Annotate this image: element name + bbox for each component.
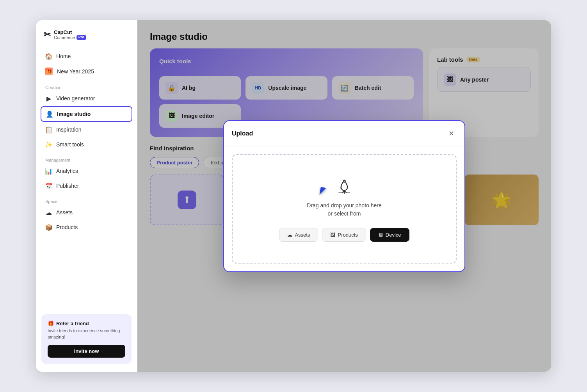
- image-studio-icon: 👤: [46, 110, 53, 118]
- inspiration-icon: 📋: [45, 126, 52, 133]
- logo-icon: ✂: [44, 30, 51, 40]
- publisher-icon: 📅: [45, 182, 52, 189]
- sidebar-item-video-generator[interactable]: ▶ Video generator: [41, 91, 132, 105]
- sidebar: ✂ CapCut Commerce Pro 🏠 Home 🎁 New Year …: [36, 20, 137, 372]
- logo-text: CapCut Commerce Pro: [54, 30, 86, 40]
- smart-tools-icon: ✨: [45, 141, 52, 148]
- sidebar-item-smart-tools[interactable]: ✨ Smart tools: [41, 137, 132, 151]
- device-source-icon: 🖥: [378, 232, 383, 238]
- modal-body: Drag and drop your photo here or select …: [224, 146, 464, 271]
- sidebar-item-assets[interactable]: ☁ Assets: [41, 205, 132, 219]
- refer-title: 🎁 Refer a friend: [48, 321, 125, 326]
- modal-overlay[interactable]: Upload ✕: [137, 20, 551, 372]
- sidebar-image-studio-label: Image studio: [57, 111, 91, 117]
- sidebar-inspiration-label: Inspiration: [56, 127, 82, 133]
- main-content: Image studio Quick tools 🔒 AI bg HD Upsc: [137, 20, 551, 372]
- refer-description: Invite friends to experience something a…: [48, 328, 125, 340]
- logo-commerce: Commerce Pro: [54, 35, 86, 40]
- sidebar-products-label: Products: [56, 224, 78, 230]
- assets-source-label: Assets: [295, 232, 310, 238]
- drop-zone[interactable]: Drag and drop your photo here or select …: [232, 154, 457, 264]
- sidebar-item-publisher[interactable]: 📅 Publisher: [41, 179, 132, 193]
- space-section-label: Space: [41, 194, 132, 205]
- sidebar-item-inspiration[interactable]: 📋 Inspiration: [41, 123, 132, 137]
- sidebar-smart-tools-label: Smart tools: [56, 141, 84, 148]
- refer-card: 🎁 Refer a friend Invite friends to exper…: [41, 314, 132, 364]
- upload-icon-large: [333, 176, 355, 198]
- pro-badge: Pro: [76, 35, 86, 40]
- products-source-label: Products: [338, 232, 358, 238]
- products-icon: 📦: [45, 224, 52, 231]
- modal-header: Upload ✕: [224, 121, 464, 146]
- new-year-icon: 🎁: [45, 68, 53, 75]
- sidebar-video-generator-label: Video generator: [56, 95, 95, 102]
- assets-icon: ☁: [45, 209, 52, 216]
- sidebar-item-new-year[interactable]: 🎁 New Year 2025: [41, 64, 132, 79]
- logo-area: ✂ CapCut Commerce Pro: [36, 30, 137, 49]
- logo-capcut: CapCut: [54, 30, 86, 35]
- management-section-label: Management: [41, 152, 132, 164]
- device-source-label: Device: [386, 232, 401, 238]
- sidebar-item-home[interactable]: 🏠 Home: [41, 49, 132, 63]
- assets-source-button[interactable]: ☁ Assets: [279, 228, 318, 242]
- sidebar-item-analytics[interactable]: 📊 Analytics: [41, 164, 132, 178]
- creation-section-label: Creation: [41, 80, 132, 91]
- gift-icon: 🎁: [48, 321, 54, 326]
- video-generator-icon: ▶: [45, 95, 52, 102]
- assets-source-icon: ☁: [287, 232, 292, 238]
- products-source-icon: 🖼: [330, 232, 335, 238]
- sidebar-analytics-label: Analytics: [56, 168, 78, 174]
- sidebar-home-label: Home: [56, 53, 71, 59]
- modal-close-button[interactable]: ✕: [446, 128, 457, 139]
- drop-text: Drag and drop your photo here or select …: [307, 201, 381, 218]
- drop-buttons: ☁ Assets 🖼 Products 🖥 Device: [279, 228, 409, 242]
- sidebar-navigation: 🏠 Home 🎁 New Year 2025 Creation ▶ Video …: [36, 49, 137, 308]
- sidebar-item-image-studio[interactable]: 👤 Image studio: [41, 106, 132, 122]
- modal-title: Upload: [232, 130, 253, 137]
- device-source-button[interactable]: 🖥 Device: [370, 228, 409, 242]
- upload-modal: Upload ✕: [223, 120, 465, 272]
- sidebar-publisher-label: Publisher: [56, 183, 79, 189]
- sidebar-assets-label: Assets: [56, 209, 73, 216]
- home-icon: 🏠: [45, 53, 52, 60]
- invite-now-button[interactable]: Invite now: [48, 345, 125, 358]
- sidebar-bottom: 🎁 Refer a friend Invite friends to exper…: [36, 308, 137, 372]
- analytics-icon: 📊: [45, 167, 52, 175]
- products-source-button[interactable]: 🖼 Products: [322, 228, 366, 242]
- sidebar-new-year-label: New Year 2025: [57, 68, 94, 75]
- sidebar-item-products[interactable]: 📦 Products: [41, 220, 132, 234]
